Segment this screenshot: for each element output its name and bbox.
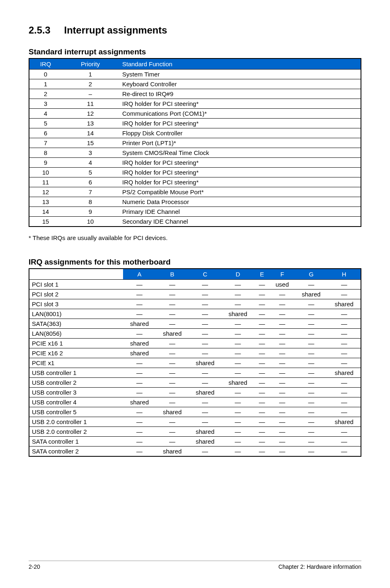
table-cell: — — [123, 358, 156, 368]
table-cell: shared — [188, 358, 221, 368]
table-cell: — — [295, 427, 327, 437]
row-label: USB 2.0 controller 1 — [29, 417, 123, 427]
table-cell: — — [123, 378, 156, 388]
table-cell: — — [327, 397, 361, 407]
table-cell: — — [269, 319, 295, 329]
table-cell: — — [254, 280, 269, 290]
table-cell: — — [123, 299, 156, 309]
table-cell: — — [188, 407, 221, 417]
table-cell: 10 — [62, 217, 119, 227]
table-cell: — — [188, 417, 221, 427]
table-cell: — — [188, 309, 221, 319]
col-header: C — [188, 269, 221, 280]
table-cell: — — [327, 309, 361, 319]
table-cell: used — [269, 280, 295, 290]
table-row: USB controller 2———shared———— — [29, 378, 361, 388]
table-cell: shared — [156, 329, 188, 339]
table-cell: — — [254, 427, 269, 437]
table-cell: 0 — [29, 70, 62, 79]
table-cell: 3 — [29, 99, 62, 109]
standard-table-title: Standard interrupt assignments — [29, 47, 361, 56]
table-cell: 9 — [29, 158, 62, 168]
table-cell: — — [269, 290, 295, 299]
table-row: 127PS/2 Compatible Mouse Port* — [29, 187, 361, 197]
row-label: USB 2.0 controller 2 — [29, 427, 123, 437]
col-header: B — [156, 269, 188, 280]
table-cell: — — [156, 299, 188, 309]
table-row: USB controller 3——shared————— — [29, 388, 361, 397]
table-cell: IRQ holder for PCI steering* — [119, 158, 361, 168]
table-cell: System CMOS/Real Time Clock — [119, 148, 361, 158]
row-label: PCI slot 3 — [29, 299, 123, 309]
table-row: 12Keyboard Controller — [29, 79, 361, 89]
table-cell: — — [156, 339, 188, 348]
table-cell: — — [327, 319, 361, 329]
table-cell: — — [254, 368, 269, 378]
page-footer: 2-20 Chapter 2: Hardware information — [29, 561, 361, 570]
table-cell: Secondary IDE Channel — [119, 217, 361, 227]
table-row: PCIE x1——shared————— — [29, 358, 361, 368]
table-cell: 7 — [29, 138, 62, 148]
table-cell: shared — [188, 427, 221, 437]
table-row: USB controller 4shared——————— — [29, 397, 361, 407]
col-header-irq: IRQ — [29, 58, 62, 70]
table-cell: — — [123, 368, 156, 378]
row-label: PCIE x16 2 — [29, 348, 123, 358]
row-label: PCI slot 2 — [29, 290, 123, 299]
table-cell: — — [188, 290, 221, 299]
table-cell: — — [254, 447, 269, 457]
table-cell: — — [295, 388, 327, 397]
col-header: D — [222, 269, 254, 280]
irq-assignment-table: ABCDEFGH PCI slot 1—————used——PCI slot 2… — [29, 268, 361, 457]
table-cell: 5 — [62, 168, 119, 177]
table-cell: — — [269, 427, 295, 437]
table-cell: shared — [222, 309, 254, 319]
col-header: H — [327, 269, 361, 280]
table-cell: — — [156, 437, 188, 447]
table-cell: — — [269, 339, 295, 348]
table-cell: — — [254, 378, 269, 388]
col-header-priority: Priority — [62, 58, 119, 70]
row-label: USB controller 1 — [29, 368, 123, 378]
table-cell: shared — [295, 290, 327, 299]
col-header: E — [254, 269, 269, 280]
standard-interrupt-table: IRQ Priority Standard Function 01System … — [29, 58, 361, 227]
table-cell: shared — [123, 348, 156, 358]
table-cell: — — [222, 447, 254, 457]
table-cell: — — [156, 348, 188, 358]
table-row: 105IRQ holder for PCI steering* — [29, 168, 361, 177]
table-cell: 11 — [29, 177, 62, 187]
table-cell: PS/2 Compatible Mouse Port* — [119, 187, 361, 197]
table-cell: — — [222, 348, 254, 358]
table-cell: — — [295, 299, 327, 309]
table-cell: 12 — [62, 109, 119, 119]
table-cell: shared — [156, 407, 188, 417]
table-cell: 15 — [29, 217, 62, 227]
table-cell: IRQ holder for PCI steering* — [119, 168, 361, 177]
table-cell: — — [327, 447, 361, 457]
table-cell: — — [295, 329, 327, 339]
col-header: F — [269, 269, 295, 280]
table-cell: shared — [188, 388, 221, 397]
table-cell: — — [123, 437, 156, 447]
table-cell: 3 — [62, 148, 119, 158]
table-cell: — — [254, 329, 269, 339]
table-cell: — — [188, 339, 221, 348]
table-row: USB controller 1———————shared — [29, 368, 361, 378]
table-cell: — — [269, 388, 295, 397]
table-cell: — — [156, 368, 188, 378]
table-cell: — — [327, 290, 361, 299]
table-cell: — — [295, 309, 327, 319]
table-row: PCI slot 3———————shared — [29, 299, 361, 309]
table-cell: — — [123, 417, 156, 427]
table-cell: 15 — [62, 138, 119, 148]
page-number: 2-20 — [29, 563, 40, 570]
table-row: SATA controller 1——shared————— — [29, 437, 361, 447]
table-cell: shared — [222, 378, 254, 388]
table-cell: — — [222, 319, 254, 329]
table-row: 138Numeric Data Processor — [29, 197, 361, 207]
table-cell: 6 — [29, 128, 62, 138]
table-row: PCIE x16 1shared——————— — [29, 339, 361, 348]
table-cell: Printer Port (LPT1)* — [119, 138, 361, 148]
table-cell: — — [295, 348, 327, 358]
